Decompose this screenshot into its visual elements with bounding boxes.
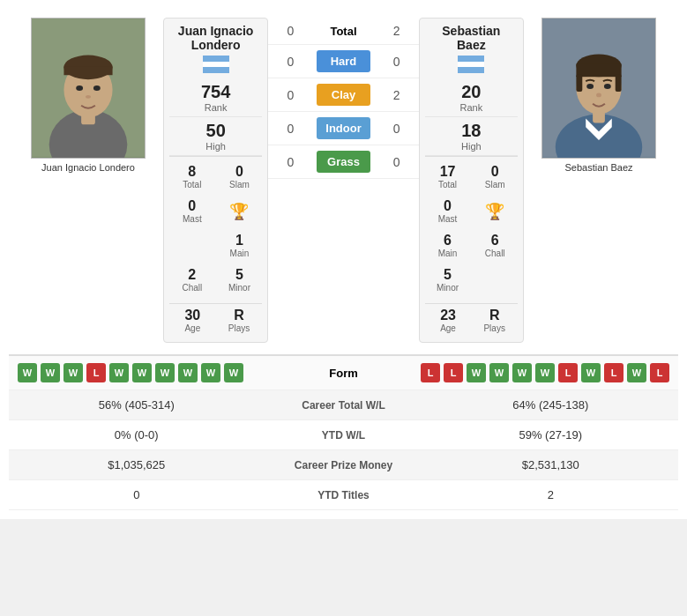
left-form-2: W bbox=[41, 363, 60, 382]
left-grass-score: 0 bbox=[268, 155, 312, 169]
left-mini-stats: 8 Total 0 Slam 0 Mast 🏆 1 Main bbox=[169, 156, 262, 300]
center-scores: 0 Total 2 0 Hard 0 0 Clay 2 bbox=[268, 18, 418, 343]
right-high: 18 High bbox=[425, 117, 518, 156]
right-form-10: W bbox=[627, 363, 646, 382]
svg-rect-5 bbox=[63, 66, 112, 75]
right-ytd-titles: 2 bbox=[432, 488, 670, 501]
left-indoor-score: 0 bbox=[268, 122, 312, 136]
left-total-score: 0 bbox=[268, 24, 312, 38]
svg-rect-16 bbox=[616, 74, 622, 92]
left-slam: 0 Slam bbox=[217, 160, 263, 193]
hard-btn-wrapper: Hard bbox=[312, 50, 374, 72]
left-flag bbox=[203, 56, 229, 73]
career-wl-row: 56% (405-314) Career Total W/L 64% (245-… bbox=[9, 390, 678, 420]
right-form-8: W bbox=[581, 363, 601, 382]
grass-btn-wrapper: Grass bbox=[312, 151, 374, 173]
right-rank: 20 Rank bbox=[425, 78, 518, 117]
svg-rect-15 bbox=[576, 74, 582, 92]
career-prize-label: Career Prize Money bbox=[256, 459, 432, 471]
left-form-5: W bbox=[109, 363, 129, 382]
right-form-2: L bbox=[444, 363, 463, 382]
right-chall: 6 Chall bbox=[472, 229, 518, 262]
left-age-plays: 30 Age R Plays bbox=[169, 303, 262, 337]
right-stats-card: Sebastian Baez 20 Rank 18 High 17 Total bbox=[419, 18, 524, 343]
left-clay-score: 0 bbox=[268, 88, 312, 102]
left-form-badges: W W W L W W W W W W bbox=[18, 363, 278, 382]
left-form-10: W bbox=[224, 363, 243, 382]
right-form-4: W bbox=[489, 363, 509, 382]
right-career-wl: 64% (245-138) bbox=[432, 398, 670, 412]
right-form-badges: L L W W W W L W L W L bbox=[410, 363, 670, 382]
left-form-4: L bbox=[86, 363, 106, 382]
form-label: Form bbox=[278, 367, 410, 380]
clay-btn-wrapper: Clay bbox=[312, 84, 374, 106]
right-form-6: W bbox=[535, 363, 555, 382]
right-player-photo bbox=[541, 18, 656, 159]
left-player-photo bbox=[31, 18, 146, 159]
right-main: 6 Main bbox=[425, 229, 471, 262]
right-player-name-small: Sebastian Baez bbox=[564, 162, 632, 173]
right-age-plays: 23 Age R Plays bbox=[425, 303, 518, 337]
left-minor: 5 Minor bbox=[217, 263, 263, 296]
left-total: 8 Total bbox=[169, 160, 215, 193]
left-hard-score: 0 bbox=[268, 55, 312, 69]
top-section: Juan Ignacio Londero Juan Ignacio Londer… bbox=[9, 9, 678, 347]
svg-point-6 bbox=[76, 85, 83, 91]
career-wl-label: Career Total W/L bbox=[256, 399, 432, 412]
svg-point-17 bbox=[586, 84, 594, 89]
right-minor: 5 Minor bbox=[425, 263, 471, 296]
right-player-info: Sebastian Baez bbox=[524, 18, 674, 343]
right-form-3: W bbox=[467, 363, 486, 382]
grass-button[interactable]: Grass bbox=[317, 151, 370, 173]
svg-point-7 bbox=[93, 85, 101, 91]
ytd-titles-row: 0 YTD Titles 2 bbox=[9, 480, 678, 510]
right-hard-score: 0 bbox=[375, 55, 419, 69]
left-form-3: W bbox=[63, 363, 83, 382]
left-rank: 754 Rank bbox=[169, 78, 262, 117]
right-plays: R Plays bbox=[471, 304, 518, 337]
right-career-prize: $2,531,130 bbox=[432, 458, 670, 471]
right-trophy: 🏆 bbox=[472, 195, 518, 227]
left-form-7: W bbox=[155, 363, 175, 382]
right-form-7: L bbox=[558, 363, 578, 382]
total-label: Total bbox=[312, 23, 374, 39]
left-career-prize: $1,035,625 bbox=[18, 458, 256, 471]
left-main-hidden: 1 Main bbox=[217, 229, 263, 262]
svg-point-19 bbox=[596, 93, 601, 97]
left-form-6: W bbox=[132, 363, 152, 382]
left-form-1: W bbox=[18, 363, 37, 382]
right-mast: 0 Mast bbox=[425, 195, 471, 227]
bottom-section: W W W L W W W W W W Form L L W W W W L W bbox=[9, 354, 678, 510]
left-trophy-icon: 🏆 bbox=[229, 202, 249, 221]
right-indoor-score: 0 bbox=[375, 122, 419, 136]
left-ytd-titles: 0 bbox=[18, 488, 256, 501]
svg-rect-14 bbox=[576, 63, 621, 77]
left-form-9: W bbox=[201, 363, 220, 382]
left-player-name-heading: Juan Ignacio Londero bbox=[178, 24, 254, 52]
svg-point-8 bbox=[86, 95, 91, 99]
hard-button[interactable]: Hard bbox=[317, 50, 370, 72]
left-mast: 0 Mast bbox=[169, 195, 215, 227]
right-slam: 0 Slam bbox=[472, 160, 518, 193]
score-row-clay: 0 Clay 2 bbox=[268, 78, 418, 112]
clay-button[interactable]: Clay bbox=[317, 84, 370, 106]
indoor-button[interactable]: Indoor bbox=[317, 117, 370, 139]
left-high: 50 High bbox=[169, 117, 262, 156]
left-trophy: 🏆 bbox=[217, 195, 263, 227]
ytd-wl-row: 0% (0-0) YTD W/L 59% (27-19) bbox=[9, 420, 678, 450]
left-stats-card: Juan Ignacio Londero 754 Rank 50 High 8 … bbox=[163, 18, 268, 343]
score-row-total: 0 Total 2 bbox=[268, 18, 418, 45]
right-mini-stats: 17 Total 0 Slam 0 Mast 🏆 6 Main bbox=[425, 156, 518, 300]
score-row-grass: 0 Grass 0 bbox=[268, 145, 418, 179]
right-grass-score: 0 bbox=[375, 155, 419, 169]
right-total-score: 2 bbox=[375, 24, 419, 38]
right-clay-score: 2 bbox=[375, 88, 419, 102]
left-ytd-wl: 0% (0-0) bbox=[18, 428, 256, 442]
left-form-8: W bbox=[178, 363, 198, 382]
svg-point-18 bbox=[604, 84, 611, 89]
left-player-name-small: Juan Ignacio Londero bbox=[41, 162, 135, 173]
ytd-titles-label: YTD Titles bbox=[256, 489, 432, 501]
main-container: Juan Ignacio Londero Juan Ignacio Londer… bbox=[0, 0, 687, 519]
left-age: 30 Age bbox=[169, 304, 216, 337]
score-row-hard: 0 Hard 0 bbox=[268, 45, 418, 78]
